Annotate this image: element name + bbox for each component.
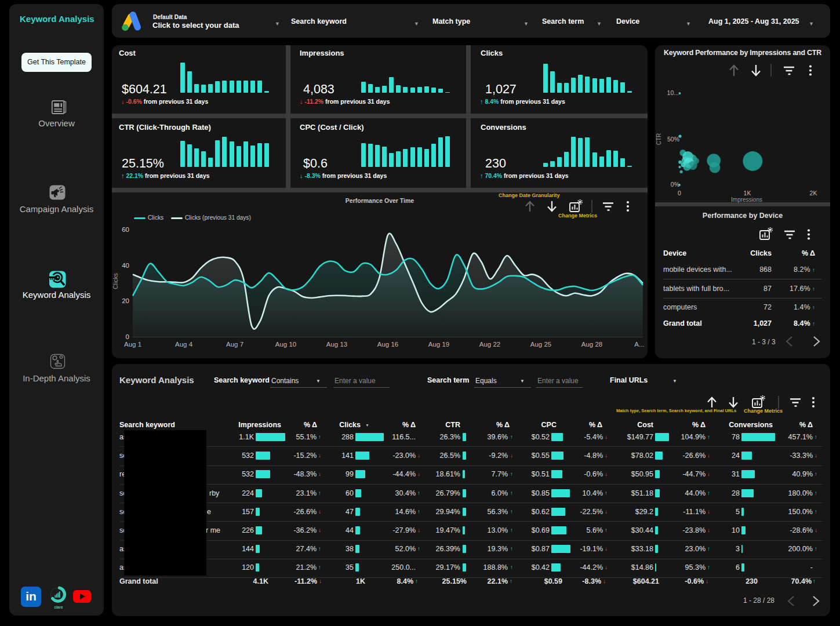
svg-text:CTR: CTR — [656, 133, 662, 145]
svg-text:10...: 10... — [667, 89, 679, 96]
svg-text:Aug 10: Aug 10 — [275, 341, 296, 348]
svg-text:40: 40 — [122, 262, 129, 269]
svg-text:Aug 1: Aug 1 — [124, 341, 141, 348]
svg-text:Aug 4: Aug 4 — [175, 341, 193, 348]
svg-text:60: 60 — [122, 226, 129, 233]
svg-text:Aug 7: Aug 7 — [226, 341, 243, 348]
svg-text:50%: 50% — [667, 136, 679, 143]
svg-text:0%: 0% — [671, 181, 679, 188]
svg-text:2K: 2K — [810, 190, 817, 196]
svg-text:clare: clare — [54, 605, 63, 609]
svg-text:A...: A... — [634, 341, 644, 348]
svg-text:1K: 1K — [744, 190, 751, 196]
svg-text:Aug 13: Aug 13 — [326, 341, 347, 348]
svg-text:20: 20 — [122, 297, 129, 304]
svg-text:Aug 19: Aug 19 — [428, 341, 449, 348]
svg-text:Clicks: Clicks — [112, 273, 119, 289]
svg-text:0: 0 — [126, 333, 129, 340]
svg-text:Aug 28: Aug 28 — [581, 341, 602, 348]
svg-text:0: 0 — [678, 190, 681, 196]
svg-text:Aug 16: Aug 16 — [377, 341, 398, 348]
svg-text:Impressions: Impressions — [731, 196, 762, 203]
svg-text:Aug 25: Aug 25 — [530, 341, 551, 348]
svg-text:Aug 22: Aug 22 — [479, 341, 500, 348]
